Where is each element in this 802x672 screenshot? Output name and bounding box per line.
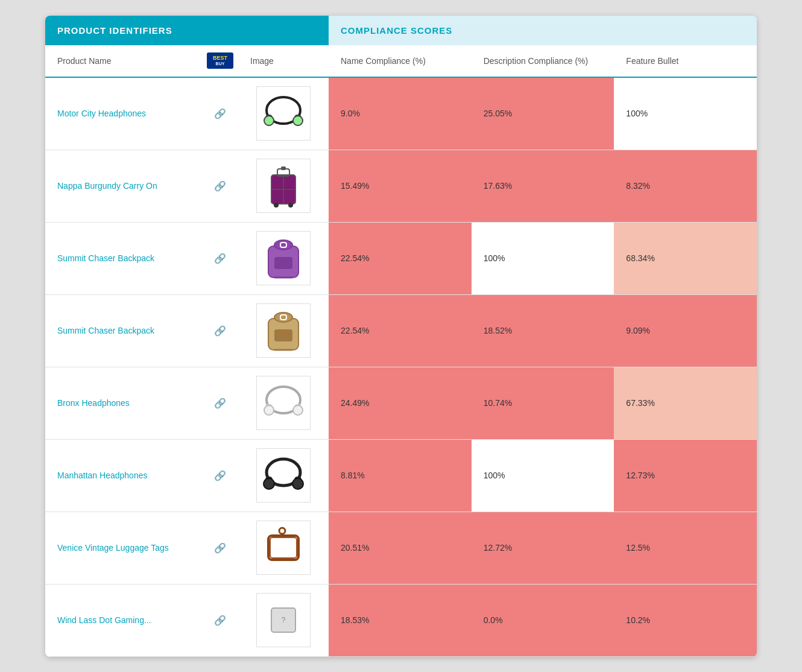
- product-image-cell: ?: [238, 585, 329, 656]
- svg-rect-11: [281, 166, 286, 170]
- name-compliance-cell: 22.54%: [329, 295, 472, 367]
- product-identifiers-header: PRODUCT IDENTIFIERS: [45, 16, 329, 45]
- compliance-cells: 8.81% 100% 12.73%: [329, 440, 757, 512]
- main-container: PRODUCT IDENTIFIERS COMPLIANCE SCORES Pr…: [45, 16, 757, 657]
- product-image-cell: [238, 78, 329, 150]
- name-compliance-cell: 8.81%: [329, 440, 472, 512]
- external-link-icon[interactable]: 🔗: [214, 615, 226, 626]
- subheader-row: Product Name BESTBUY Image Name Complian…: [45, 45, 757, 78]
- table-row: Summit Chaser Backpack 🔗 22.54% 18.52% 9…: [45, 295, 757, 367]
- product-name-cell: Summit Chaser Backpack: [45, 295, 202, 367]
- col-header-product-name: Product Name: [45, 51, 202, 71]
- feature-bullet-cell: 9.09%: [614, 295, 757, 367]
- external-link-icon[interactable]: 🔗: [214, 108, 226, 119]
- svg-point-9: [274, 203, 279, 208]
- svg-point-30: [264, 478, 274, 489]
- product-image: ?: [256, 593, 311, 647]
- svg-rect-14: [274, 257, 292, 269]
- external-link-cell: 🔗: [202, 295, 238, 367]
- svg-point-25: [264, 405, 274, 415]
- product-image: [256, 303, 311, 358]
- svg-point-31: [292, 478, 303, 489]
- product-image: [256, 448, 311, 502]
- product-name-link[interactable]: Nappa Burgundy Carry On: [57, 181, 157, 191]
- product-name-link[interactable]: Summit Chaser Backpack: [57, 253, 154, 263]
- external-link-icon[interactable]: 🔗: [214, 542, 226, 554]
- product-name-cell: Bronx Headphones: [45, 367, 202, 439]
- product-image: [256, 376, 311, 430]
- compliance-cells: 9.0% 25.05% 100%: [329, 78, 757, 150]
- desc-compliance-cell: 18.52%: [472, 295, 614, 367]
- external-link-cell: 🔗: [202, 367, 238, 439]
- svg-point-34: [279, 528, 285, 534]
- compliance-cells: 20.51% 12.72% 12.5%: [329, 512, 757, 584]
- product-image: [256, 521, 311, 575]
- svg-rect-33: [270, 537, 297, 558]
- feature-bullet-cell: 12.73%: [614, 440, 757, 512]
- col-header-feature-bullet: Feature Bullet: [614, 51, 757, 71]
- external-link-icon[interactable]: 🔗: [214, 470, 226, 481]
- table-row: Venice Vintage Luggage Tags 🔗 20.51% 12.…: [45, 512, 757, 585]
- svg-point-26: [293, 405, 303, 415]
- compliance-cells: 22.54% 18.52% 9.09%: [329, 295, 757, 367]
- compliance-cells: 22.54% 100% 68.34%: [329, 223, 757, 294]
- compliance-cells: 24.49% 10.74% 67.33%: [329, 367, 757, 439]
- svg-point-13: [274, 240, 292, 250]
- data-rows: Motor City Headphones 🔗 9.0% 25.05% 100%…: [45, 78, 757, 657]
- product-name-cell: Summit Chaser Backpack: [45, 223, 202, 294]
- desc-compliance-cell: 100%: [472, 223, 614, 294]
- svg-point-18: [274, 312, 292, 322]
- desc-compliance-cell: 17.63%: [472, 150, 614, 222]
- product-name-link[interactable]: Summit Chaser Backpack: [57, 326, 154, 335]
- compliance-cells: 18.53% 0.0% 10.2%: [329, 585, 757, 656]
- external-link-icon[interactable]: 🔗: [214, 398, 226, 409]
- product-image-cell: [238, 150, 329, 222]
- feature-bullet-cell: 12.5%: [614, 512, 757, 584]
- header-row: PRODUCT IDENTIFIERS COMPLIANCE SCORES: [45, 16, 757, 45]
- bestbuy-logo-cell: BESTBUY: [202, 51, 238, 71]
- desc-compliance-cell: 100%: [472, 440, 614, 512]
- product-name-link[interactable]: Manhattan Headphones: [57, 471, 147, 480]
- compliance-scores-header: COMPLIANCE SCORES: [329, 16, 757, 45]
- external-link-cell: 🔗: [202, 512, 238, 584]
- product-image: [256, 159, 311, 213]
- external-link-icon[interactable]: 🔗: [214, 253, 226, 264]
- product-name-cell: Manhattan Headphones: [45, 440, 202, 512]
- product-image: [256, 231, 311, 285]
- external-link-icon[interactable]: 🔗: [214, 325, 226, 337]
- name-compliance-cell: 18.53%: [329, 585, 472, 656]
- product-name-link[interactable]: Venice Vintage Luggage Tags: [57, 543, 169, 553]
- product-name-link[interactable]: Motor City Headphones: [57, 109, 146, 118]
- product-name-link[interactable]: Bronx Headphones: [57, 398, 130, 408]
- col-header-name-compliance: Name Compliance (%): [329, 51, 472, 71]
- feature-bullet-cell: 10.2%: [614, 585, 757, 656]
- col-header-image: Image: [238, 51, 329, 71]
- desc-compliance-cell: 25.05%: [472, 78, 614, 150]
- feature-bullet-cell: 67.33%: [614, 367, 757, 439]
- svg-point-10: [288, 203, 293, 208]
- desc-compliance-cell: 10.74%: [472, 367, 614, 439]
- name-compliance-cell: 15.49%: [329, 150, 472, 222]
- table-row: Nappa Burgundy Carry On 🔗 15.49% 17.63% …: [45, 150, 757, 223]
- compliance-cells: 15.49% 17.63% 8.32%: [329, 150, 757, 222]
- feature-bullet-cell: 100%: [614, 78, 757, 150]
- product-image: [256, 86, 311, 141]
- product-name-cell: Motor City Headphones: [45, 78, 202, 150]
- name-compliance-cell: 20.51%: [329, 512, 472, 584]
- svg-rect-19: [274, 329, 292, 341]
- product-image-cell: [238, 367, 329, 439]
- product-name-link[interactable]: Wind Lass Dot Gaming...: [57, 615, 151, 625]
- product-name-cell: Wind Lass Dot Gaming...: [45, 585, 202, 656]
- external-link-cell: 🔗: [202, 585, 238, 656]
- bestbuy-logo: BESTBUY: [207, 52, 233, 69]
- product-image-cell: [238, 440, 329, 512]
- svg-point-4: [293, 116, 303, 125]
- svg-point-3: [264, 116, 274, 125]
- external-link-cell: 🔗: [202, 78, 238, 150]
- table-row: Summit Chaser Backpack 🔗 22.54% 100% 68.…: [45, 223, 757, 295]
- product-image-cell: [238, 512, 329, 584]
- external-link-icon[interactable]: 🔗: [214, 180, 226, 192]
- product-image-cell: [238, 223, 329, 294]
- product-image-cell: [238, 295, 329, 367]
- table-row: Motor City Headphones 🔗 9.0% 25.05% 100%: [45, 78, 757, 150]
